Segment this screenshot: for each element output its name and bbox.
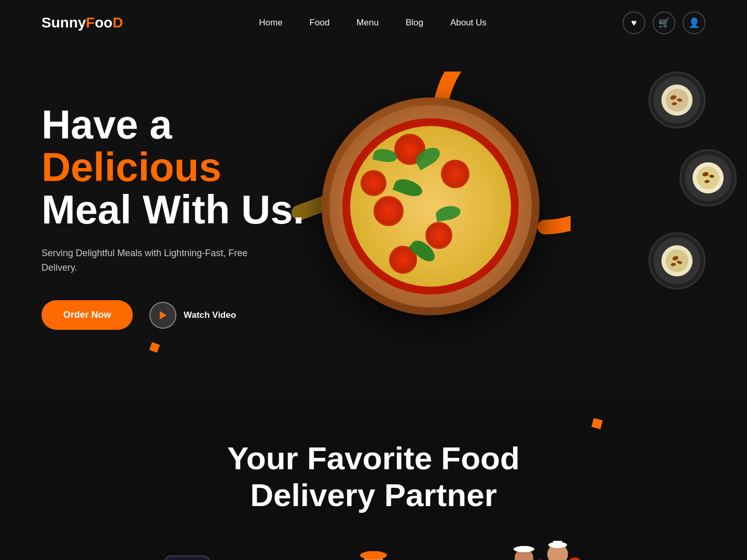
hero-section: Have a Delicious Meal With Us. Serving D… [0,46,747,398]
nav-about[interactable]: About Us [450,18,487,27]
deco-square-right [591,418,603,429]
play-icon [149,302,176,329]
side-plate-2-food [685,155,731,201]
heart-icon: ♥ [631,18,637,29]
card-delivery-icon [322,545,425,560]
side-plate-2 [680,149,737,206]
cart-icon-button[interactable]: 🛒 [653,11,675,34]
nav-food[interactable]: Food [310,18,330,27]
hero-title: Have a Delicious Meal With Us. [42,104,322,231]
delivery-section: Your Favorite Food Delivery Partner [0,398,747,560]
hero-title-plain: Have a [42,102,172,147]
logo[interactable]: SunnyFooD [42,15,123,31]
nav-icon-group: ♥ 🛒 👤 [622,11,706,34]
navbar: SunnyFooD Home Food Menu Blog About Us ♥… [0,0,747,46]
pizza-visual [322,97,540,315]
hero-title-line2: Meal With Us. [42,187,304,232]
heart-icon-button[interactable]: ♥ [622,11,645,34]
logo-text: Sunny [42,15,86,31]
logo-oo: oo [95,15,113,31]
card-app [156,545,259,560]
svg-point-18 [666,249,688,272]
side-food-plates [648,56,737,289]
hero-subtitle: Serving Delightful Meals with Lightning-… [42,246,259,276]
watch-video-label: Watch Video [184,310,236,320]
hero-cta-group: Order Now Watch Video [42,300,322,330]
card-waiter-icon [488,545,591,560]
svg-point-10 [697,166,720,189]
section2-title-line2: Delivery Partner [250,477,497,513]
pizza-image [301,61,560,352]
section2-card-group [42,545,706,560]
side-plate-1-food [654,77,700,123]
card-delivery [322,545,425,560]
hero-text-block: Have a Delicious Meal With Us. Serving D… [42,104,322,330]
deco-square-left [149,342,160,353]
svg-point-2 [666,89,688,111]
hero-title-accent: Delicious [42,144,222,190]
card-app-icon [156,545,259,560]
nav-home[interactable]: Home [259,18,282,27]
side-plate-3-food [654,237,700,284]
side-plate-1 [648,72,706,129]
user-icon-button[interactable]: 👤 [683,11,706,34]
nav-blog[interactable]: Blog [406,18,423,27]
hero-visual-area [280,46,747,398]
svg-rect-33 [366,551,381,557]
cart-icon: 🛒 [658,17,670,29]
nav-menu[interactable]: Menu [356,18,379,27]
logo-d: D [113,15,123,31]
svg-rect-50 [520,546,528,550]
side-plate-3 [648,232,706,289]
svg-marker-0 [160,311,167,319]
section2-title-line1: Your Favorite Food [227,440,520,476]
nav-links: Home Food Menu Blog About Us [259,18,487,28]
logo-f: F [86,15,95,31]
card-waiter [488,545,591,560]
svg-rect-63 [553,541,562,546]
order-now-button[interactable]: Order Now [42,300,133,330]
section2-heading: Your Favorite Food Delivery Partner [42,440,706,514]
user-icon: 👤 [688,17,700,29]
watch-video-button[interactable]: Watch Video [149,302,236,329]
